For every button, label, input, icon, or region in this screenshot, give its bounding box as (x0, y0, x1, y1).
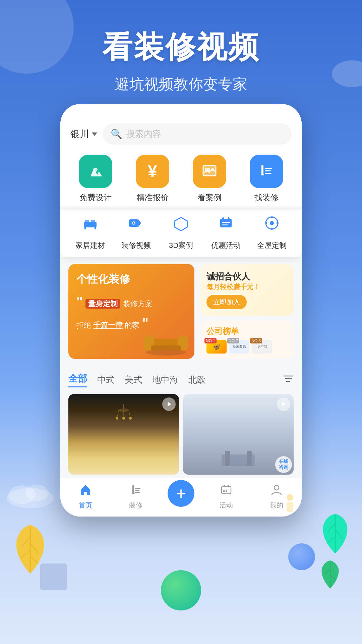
tab-nordic[interactable]: 北欧 (188, 374, 206, 386)
svg-rect-37 (222, 222, 230, 223)
search-bar[interactable]: 🔍 搜索内容 (103, 123, 292, 145)
cat-label-price: 精准报价 (136, 192, 169, 203)
rank-logo-2: NO.2 圣禾装饰 (229, 340, 249, 354)
cat-item-decoration[interactable]: 找装修 (238, 155, 295, 203)
nav-decoration-label: 装修 (129, 501, 142, 510)
cat-icon-furniture (77, 210, 104, 236)
cat-icon-cases (193, 155, 226, 188)
banner-left-content: " 量身定制 装修方案 拒绝 千篇一律 的家 " (76, 291, 186, 334)
cat-icon-3d (168, 210, 194, 236)
tab-mediterranean[interactable]: 地中海 (152, 374, 178, 386)
svg-rect-66 (225, 451, 230, 466)
banner-right: 诚招合伙人 每月轻松赚千元！ 立即加入 公司榜单 NO.1 🦋 (200, 264, 294, 359)
svg-rect-72 (135, 492, 140, 493)
svg-marker-31 (138, 219, 141, 227)
svg-rect-51 (287, 502, 293, 512)
partner-sub: 每月轻松赚千元！ (206, 282, 287, 291)
svg-rect-71 (135, 490, 139, 491)
room-interior (218, 448, 258, 468)
location-button[interactable]: 银川 (70, 128, 97, 141)
cat-icon-design (79, 155, 112, 188)
svg-rect-35 (222, 217, 224, 220)
filter-icon[interactable] (283, 374, 294, 386)
deco-leaf-green (318, 560, 342, 590)
svg-rect-75 (228, 485, 229, 487)
tab-chinese[interactable]: 中式 (97, 374, 115, 386)
tab-american[interactable]: 美式 (125, 374, 142, 386)
category-row-2: 家居建材 装修视频 3D案例 优惠活动 (64, 210, 298, 251)
partner-title: 诚招合伙人 (206, 271, 287, 282)
svg-marker-64 (282, 402, 286, 407)
join-button[interactable]: 立即加入 (206, 295, 247, 309)
header-section: 看装修视频 避坑视频教你变专家 (0, 0, 362, 94)
events-icon (220, 484, 232, 499)
cat-item-price[interactable]: ¥ 精准报价 (124, 155, 181, 203)
cat-label-3d: 3D案例 (169, 240, 193, 251)
consult-label: 在线咨询 (279, 459, 288, 471)
decoration-icon (130, 484, 142, 499)
room-card-1[interactable] (68, 394, 179, 475)
svg-rect-78 (226, 490, 227, 492)
deco-sphere-bottom (161, 570, 201, 610)
rank-title: 公司榜单 (206, 326, 287, 337)
room-card-2[interactable]: 在线咨询 (183, 394, 294, 475)
cat-item-cases[interactable]: 看案例 (181, 155, 238, 203)
nav-profile-label: 我的 (270, 501, 283, 510)
banner-partner[interactable]: 诚招合伙人 每月轻松赚千元！ 立即加入 (200, 264, 294, 316)
add-button[interactable]: + (168, 480, 194, 507)
svg-rect-36 (228, 217, 230, 220)
deco-cloud-left (3, 480, 57, 510)
cat-icon-promo (213, 210, 239, 236)
nav-events-label: 活动 (220, 501, 233, 510)
bottom-nav: 首页 装修 + 活动 我的 (60, 478, 302, 517)
svg-marker-55 (168, 402, 171, 407)
banner-rank[interactable]: 公司榜单 NO.1 🦋 NO.2 圣禾装饰 NO.3 龙空间 (200, 321, 294, 359)
nav-home[interactable]: 首页 (60, 484, 111, 510)
rank-logo-3: NO.3 龙空间 (252, 340, 272, 354)
svg-point-15 (94, 168, 98, 172)
rank-logos: NO.1 🦋 NO.2 圣禾装饰 NO.3 龙空间 (206, 340, 287, 354)
cat-label-cases: 看案例 (197, 192, 222, 203)
search-area: 银川 🔍 搜索内容 (60, 114, 302, 145)
cat-item-design[interactable]: 免费设计 (67, 155, 124, 203)
svg-point-62 (122, 417, 125, 420)
svg-point-61 (116, 417, 118, 420)
deco-leaf-cyan (318, 513, 352, 557)
category-row-1: 免费设计 ¥ 精准报价 看案例 找装修 (60, 145, 302, 206)
svg-point-14 (25, 485, 49, 501)
consult-bubble[interactable]: 在线咨询 (275, 456, 292, 473)
svg-point-63 (129, 417, 132, 420)
svg-rect-28 (84, 227, 86, 229)
svg-rect-29 (95, 227, 96, 229)
chevron-down-icon (92, 132, 97, 136)
svg-rect-69 (132, 492, 135, 494)
cat-item-custom[interactable]: 全屋定制 (257, 210, 287, 251)
svg-point-79 (274, 485, 279, 490)
home-icon (79, 484, 92, 499)
cat-label-promo: 优惠活动 (211, 240, 241, 251)
svg-point-42 (271, 228, 273, 230)
svg-line-58 (117, 410, 119, 418)
nav-decoration[interactable]: 装修 (111, 484, 161, 510)
svg-point-43 (265, 222, 267, 224)
svg-rect-68 (132, 485, 134, 493)
svg-point-40 (270, 221, 274, 225)
cat-item-promo[interactable]: 优惠活动 (211, 210, 241, 251)
nav-events[interactable]: 活动 (201, 484, 251, 510)
banner-left[interactable]: 个性化装修 " 量身定制 装修方案 拒绝 千篇一律 的家 " (68, 264, 194, 359)
location-text: 银川 (70, 128, 89, 141)
nav-home-label: 首页 (79, 501, 92, 510)
svg-rect-26 (85, 220, 89, 223)
cat-item-furniture[interactable]: 家居建材 (75, 210, 105, 251)
cat-item-3d[interactable]: 3D案例 (168, 210, 194, 251)
svg-rect-70 (135, 488, 140, 489)
cat-item-video[interactable]: 装修视频 (121, 210, 151, 251)
person-illustration (282, 493, 298, 515)
svg-point-41 (271, 216, 273, 218)
svg-line-60 (129, 410, 130, 418)
tab-all[interactable]: 全部 (68, 372, 87, 387)
cat-icon-price: ¥ (136, 155, 169, 188)
play-icon-1 (162, 397, 176, 411)
cat-icon-custom (258, 210, 285, 236)
cat-label-video: 装修视频 (121, 240, 151, 251)
